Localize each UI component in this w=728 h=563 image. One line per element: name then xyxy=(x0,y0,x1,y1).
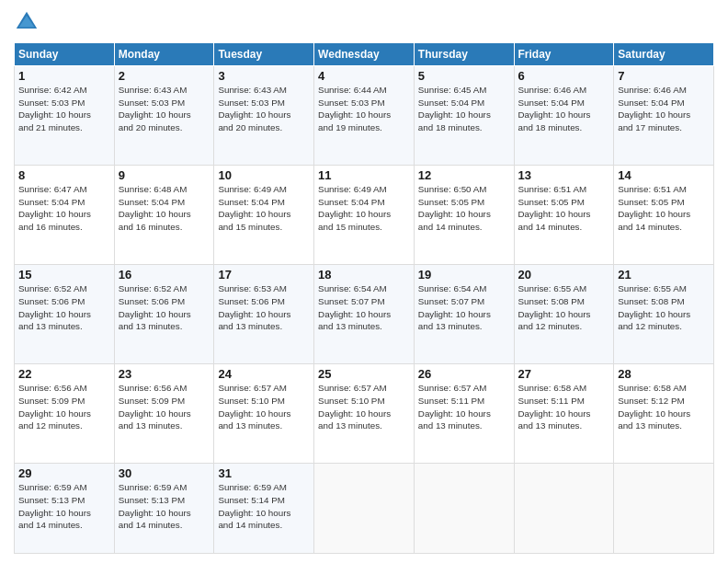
header-row: SundayMondayTuesdayWednesdayThursdayFrid… xyxy=(15,43,714,66)
day-number: 31 xyxy=(218,466,310,480)
day-cell: 13Sunrise: 6:51 AM Sunset: 5:05 PM Dayli… xyxy=(514,166,614,265)
day-cell xyxy=(614,464,714,554)
logo-icon xyxy=(14,9,40,35)
day-cell: 2Sunrise: 6:43 AM Sunset: 5:03 PM Daylig… xyxy=(114,66,214,166)
day-cell: 26Sunrise: 6:57 AM Sunset: 5:11 PM Dayli… xyxy=(414,364,514,464)
day-number: 23 xyxy=(119,367,210,381)
day-number: 25 xyxy=(318,367,410,381)
day-cell: 19Sunrise: 6:54 AM Sunset: 5:07 PM Dayli… xyxy=(414,265,514,364)
day-info: Sunrise: 6:48 AM Sunset: 5:04 PM Dayligh… xyxy=(119,183,210,234)
week-row-4: 22Sunrise: 6:56 AM Sunset: 5:09 PM Dayli… xyxy=(15,364,714,464)
day-cell: 25Sunrise: 6:57 AM Sunset: 5:10 PM Dayli… xyxy=(314,364,415,464)
day-number: 7 xyxy=(618,69,710,83)
day-number: 19 xyxy=(418,268,510,282)
day-number: 15 xyxy=(18,268,110,282)
day-cell: 27Sunrise: 6:58 AM Sunset: 5:11 PM Dayli… xyxy=(514,364,614,464)
day-number: 10 xyxy=(218,168,310,182)
day-number: 1 xyxy=(18,69,110,83)
day-number: 14 xyxy=(618,168,710,182)
day-info: Sunrise: 6:49 AM Sunset: 5:04 PM Dayligh… xyxy=(218,183,310,234)
day-info: Sunrise: 6:46 AM Sunset: 5:04 PM Dayligh… xyxy=(618,84,710,134)
day-info: Sunrise: 6:57 AM Sunset: 5:10 PM Dayligh… xyxy=(218,382,310,432)
col-header-friday: Friday xyxy=(514,43,614,66)
col-header-wednesday: Wednesday xyxy=(314,43,415,66)
day-cell: 7Sunrise: 6:46 AM Sunset: 5:04 PM Daylig… xyxy=(614,66,714,166)
day-info: Sunrise: 6:58 AM Sunset: 5:12 PM Dayligh… xyxy=(618,382,710,432)
day-info: Sunrise: 6:56 AM Sunset: 5:09 PM Dayligh… xyxy=(119,382,210,432)
day-number: 26 xyxy=(418,367,510,381)
day-cell: 18Sunrise: 6:54 AM Sunset: 5:07 PM Dayli… xyxy=(314,265,415,364)
day-number: 16 xyxy=(119,268,210,282)
day-info: Sunrise: 6:57 AM Sunset: 5:11 PM Dayligh… xyxy=(418,382,510,432)
col-header-tuesday: Tuesday xyxy=(214,43,314,66)
day-cell: 24Sunrise: 6:57 AM Sunset: 5:10 PM Dayli… xyxy=(214,364,314,464)
day-cell: 21Sunrise: 6:55 AM Sunset: 5:08 PM Dayli… xyxy=(614,265,714,364)
day-cell: 17Sunrise: 6:53 AM Sunset: 5:06 PM Dayli… xyxy=(214,265,314,364)
day-number: 6 xyxy=(518,69,610,83)
page: SundayMondayTuesdayWednesdayThursdayFrid… xyxy=(0,0,728,563)
day-info: Sunrise: 6:59 AM Sunset: 5:14 PM Dayligh… xyxy=(218,481,310,532)
day-info: Sunrise: 6:51 AM Sunset: 5:05 PM Dayligh… xyxy=(618,183,710,234)
day-cell: 16Sunrise: 6:52 AM Sunset: 5:06 PM Dayli… xyxy=(114,265,214,364)
day-number: 18 xyxy=(318,268,410,282)
day-cell: 15Sunrise: 6:52 AM Sunset: 5:06 PM Dayli… xyxy=(15,265,115,364)
day-number: 28 xyxy=(618,367,710,381)
day-cell xyxy=(514,464,614,554)
day-cell: 22Sunrise: 6:56 AM Sunset: 5:09 PM Dayli… xyxy=(15,364,115,464)
day-number: 3 xyxy=(218,69,310,83)
day-number: 22 xyxy=(18,367,110,381)
day-number: 2 xyxy=(119,69,210,83)
day-info: Sunrise: 6:53 AM Sunset: 5:06 PM Dayligh… xyxy=(218,282,310,333)
day-info: Sunrise: 6:49 AM Sunset: 5:04 PM Dayligh… xyxy=(318,183,410,234)
day-info: Sunrise: 6:59 AM Sunset: 5:13 PM Dayligh… xyxy=(119,481,210,532)
day-info: Sunrise: 6:58 AM Sunset: 5:11 PM Dayligh… xyxy=(518,382,610,432)
day-info: Sunrise: 6:51 AM Sunset: 5:05 PM Dayligh… xyxy=(518,183,610,234)
header xyxy=(14,9,714,35)
day-cell: 1Sunrise: 6:42 AM Sunset: 5:03 PM Daylig… xyxy=(15,66,115,166)
day-info: Sunrise: 6:54 AM Sunset: 5:07 PM Dayligh… xyxy=(318,282,410,333)
day-info: Sunrise: 6:56 AM Sunset: 5:09 PM Dayligh… xyxy=(18,382,110,432)
day-info: Sunrise: 6:44 AM Sunset: 5:03 PM Dayligh… xyxy=(318,84,410,134)
day-info: Sunrise: 6:55 AM Sunset: 5:08 PM Dayligh… xyxy=(518,282,610,333)
day-cell: 23Sunrise: 6:56 AM Sunset: 5:09 PM Dayli… xyxy=(114,364,214,464)
day-info: Sunrise: 6:43 AM Sunset: 5:03 PM Dayligh… xyxy=(119,84,210,134)
day-cell: 10Sunrise: 6:49 AM Sunset: 5:04 PM Dayli… xyxy=(214,166,314,265)
day-cell: 8Sunrise: 6:47 AM Sunset: 5:04 PM Daylig… xyxy=(15,166,115,265)
day-number: 8 xyxy=(18,168,110,182)
day-cell: 31Sunrise: 6:59 AM Sunset: 5:14 PM Dayli… xyxy=(214,464,314,554)
week-row-5: 29Sunrise: 6:59 AM Sunset: 5:13 PM Dayli… xyxy=(15,464,714,554)
day-number: 9 xyxy=(119,168,210,182)
day-number: 12 xyxy=(418,168,510,182)
day-cell: 28Sunrise: 6:58 AM Sunset: 5:12 PM Dayli… xyxy=(614,364,714,464)
col-header-sunday: Sunday xyxy=(15,43,115,66)
day-number: 13 xyxy=(518,168,610,182)
day-cell: 5Sunrise: 6:45 AM Sunset: 5:04 PM Daylig… xyxy=(414,66,514,166)
day-cell xyxy=(414,464,514,554)
day-number: 24 xyxy=(218,367,310,381)
week-row-1: 1Sunrise: 6:42 AM Sunset: 5:03 PM Daylig… xyxy=(15,66,714,166)
week-row-2: 8Sunrise: 6:47 AM Sunset: 5:04 PM Daylig… xyxy=(15,166,714,265)
day-number: 30 xyxy=(119,466,210,480)
day-cell: 3Sunrise: 6:43 AM Sunset: 5:03 PM Daylig… xyxy=(214,66,314,166)
day-number: 11 xyxy=(318,168,410,182)
day-cell: 12Sunrise: 6:50 AM Sunset: 5:05 PM Dayli… xyxy=(414,166,514,265)
day-info: Sunrise: 6:54 AM Sunset: 5:07 PM Dayligh… xyxy=(418,282,510,333)
week-row-3: 15Sunrise: 6:52 AM Sunset: 5:06 PM Dayli… xyxy=(15,265,714,364)
day-info: Sunrise: 6:52 AM Sunset: 5:06 PM Dayligh… xyxy=(18,282,110,333)
day-cell: 14Sunrise: 6:51 AM Sunset: 5:05 PM Dayli… xyxy=(614,166,714,265)
day-info: Sunrise: 6:46 AM Sunset: 5:04 PM Dayligh… xyxy=(518,84,610,134)
day-info: Sunrise: 6:50 AM Sunset: 5:05 PM Dayligh… xyxy=(418,183,510,234)
day-cell: 4Sunrise: 6:44 AM Sunset: 5:03 PM Daylig… xyxy=(314,66,415,166)
day-info: Sunrise: 6:47 AM Sunset: 5:04 PM Dayligh… xyxy=(18,183,110,234)
day-cell: 20Sunrise: 6:55 AM Sunset: 5:08 PM Dayli… xyxy=(514,265,614,364)
day-cell: 9Sunrise: 6:48 AM Sunset: 5:04 PM Daylig… xyxy=(114,166,214,265)
day-number: 4 xyxy=(318,69,410,83)
col-header-saturday: Saturday xyxy=(614,43,714,66)
day-info: Sunrise: 6:52 AM Sunset: 5:06 PM Dayligh… xyxy=(119,282,210,333)
day-info: Sunrise: 6:42 AM Sunset: 5:03 PM Dayligh… xyxy=(18,84,110,134)
day-number: 27 xyxy=(518,367,610,381)
col-header-monday: Monday xyxy=(114,43,214,66)
day-cell: 6Sunrise: 6:46 AM Sunset: 5:04 PM Daylig… xyxy=(514,66,614,166)
day-info: Sunrise: 6:59 AM Sunset: 5:13 PM Dayligh… xyxy=(18,481,110,532)
day-info: Sunrise: 6:45 AM Sunset: 5:04 PM Dayligh… xyxy=(418,84,510,134)
